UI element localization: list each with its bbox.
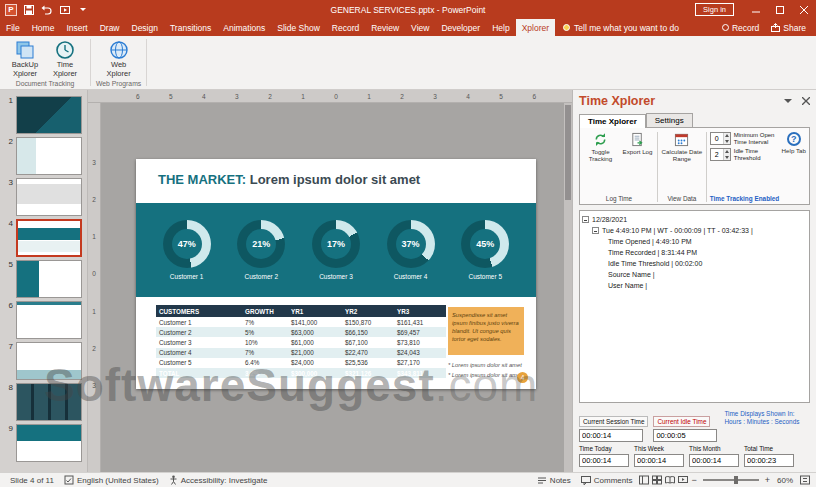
comments-button[interactable]: Comments <box>576 476 638 485</box>
table-row[interactable]: Customer 17%$141,000$150,870$161,431 <box>156 317 446 327</box>
save-button[interactable] <box>22 3 35 16</box>
table-total-row[interactable]: TOTAL3.2%$300,000$321,126$343,811 <box>156 368 446 378</box>
reading-view-button[interactable] <box>663 474 676 486</box>
spin-up-button[interactable] <box>725 150 729 153</box>
tree-detail-node[interactable]: User Name | <box>608 280 807 291</box>
tellme-box[interactable]: Tell me what you want to do <box>563 19 679 36</box>
donut-banner[interactable]: 47% Customer 1 21% Customer 2 17% <box>136 203 536 297</box>
slideshow-view-button[interactable] <box>676 474 689 486</box>
share-button[interactable]: Share <box>771 23 806 33</box>
total-time-input[interactable] <box>744 454 794 467</box>
help-tab-button[interactable]: ? Help Tab <box>781 132 808 202</box>
ribbon-tab[interactable]: Review <box>365 19 405 36</box>
slide-sorter-view-button[interactable] <box>650 474 663 486</box>
powerpoint-app-icon[interactable]: P <box>5 4 17 16</box>
ribbon-tab[interactable]: File <box>0 19 26 36</box>
editor-scrollbar[interactable] <box>564 103 572 472</box>
slide-thumbnail[interactable]: 2 <box>0 137 85 175</box>
customize-qat-button[interactable] <box>76 3 89 16</box>
scrollbar-thumb[interactable] <box>565 105 571 200</box>
time-xplorer-button[interactable]: TimeXplorer <box>45 38 85 79</box>
record-button[interactable]: Record <box>722 23 759 33</box>
time-today-input[interactable] <box>579 454 629 467</box>
spin-down-button[interactable] <box>725 140 729 143</box>
slide-thumbnail[interactable]: 3 <box>0 178 85 216</box>
spin-up-button[interactable] <box>725 134 729 137</box>
ribbon-tab[interactable]: Developer <box>435 19 486 36</box>
slide-thumbnail[interactable]: 4 <box>0 219 85 257</box>
slide-thumbnail[interactable]: 9 <box>0 424 85 462</box>
table-row[interactable]: Customer 56.4%$24,000$25,536$27,170 <box>156 358 446 368</box>
ribbon-tab[interactable]: View <box>405 19 435 36</box>
table-row[interactable]: Customer 47%$21,000$22,470$24,043 <box>156 348 446 358</box>
slide-thumbnail[interactable]: 7 <box>0 342 85 380</box>
current-session-time-input[interactable] <box>579 429 643 442</box>
ribbon-tab[interactable]: Insert <box>60 19 93 36</box>
slide-thumbnail-frame[interactable] <box>16 96 82 134</box>
ribbon-tab[interactable]: Transitions <box>164 19 217 36</box>
accessibility-checker[interactable]: Accessibility: Investigate <box>164 475 273 485</box>
notes-button[interactable]: Notes <box>532 476 576 485</box>
zoom-slider[interactable] <box>703 479 759 481</box>
slide-thumbnail[interactable]: 6 <box>0 301 85 339</box>
fit-to-window-button[interactable] <box>798 474 811 486</box>
ribbon-tab[interactable]: Animations <box>217 19 271 36</box>
zoom-level[interactable]: 60% <box>772 476 798 485</box>
ribbon-tab[interactable]: Draw <box>94 19 126 36</box>
panel-tab[interactable]: Settings <box>646 113 693 127</box>
tree-session-node[interactable]: Tue 4:49:10 PM | WT - 00:00:09 | TT - 03… <box>592 225 807 236</box>
ribbon-tab[interactable]: Design <box>126 19 164 36</box>
donut-chart[interactable]: 17% Customer 3 <box>312 220 360 280</box>
zoom-in-button[interactable]: + <box>763 475 772 485</box>
web-xplorer-button[interactable]: WebXplorer <box>99 38 139 79</box>
tree-detail-node[interactable]: Time Opened | 4:49:10 PM <box>608 236 807 247</box>
donut-chart[interactable]: 45% Customer 5 <box>461 220 509 280</box>
undo-button[interactable] <box>40 3 53 16</box>
tree-collapse-toggle[interactable] <box>592 227 599 234</box>
export-log-button[interactable]: Export Log <box>619 132 656 162</box>
normal-view-button[interactable] <box>637 474 650 486</box>
ribbon-tab[interactable]: Record <box>326 19 365 36</box>
donut-chart[interactable]: 37% Customer 4 <box>387 220 435 280</box>
slide-thumbnail-frame[interactable] <box>16 260 82 298</box>
panel-tab[interactable]: Time Xplorer <box>579 114 646 128</box>
slide-note-box[interactable]: Suspendisse sit amet ipsum finibus justo… <box>448 307 524 355</box>
slide-footnotes[interactable]: * Lorem ipsum dolor sit amet * Lorem ips… <box>448 361 522 381</box>
tree-date-node[interactable]: 12/28/2021 <box>582 214 807 225</box>
ribbon-tab[interactable]: Slide Show <box>271 19 326 36</box>
slide-thumbnail-frame[interactable] <box>16 137 82 175</box>
tree-collapse-toggle[interactable] <box>582 216 589 223</box>
tree-detail-node[interactable]: Time Recorded | 8:31:44 PM <box>608 247 807 258</box>
table-row[interactable]: Customer 25%$63,000$66,150$69,457 <box>156 327 446 337</box>
time-log-tree[interactable]: 12/28/2021 Tue 4:49:10 PM | WT - 00:00:0… <box>579 210 810 403</box>
donut-chart[interactable]: 21% Customer 2 <box>237 220 285 280</box>
donut-chart[interactable]: 47% Customer 1 <box>163 220 211 280</box>
ribbon-tab[interactable]: Xplorer <box>516 19 555 36</box>
panel-options-button[interactable] <box>784 99 792 103</box>
slide-thumbnail-frame[interactable] <box>16 301 82 339</box>
spin-down-button[interactable] <box>725 156 729 159</box>
idle-threshold-input[interactable] <box>711 149 723 160</box>
slide-title[interactable]: THE MARKET: Lorem ipsum dolor sit amet <box>158 172 526 187</box>
this-week-input[interactable] <box>634 454 684 467</box>
minimize-button[interactable] <box>744 0 768 19</box>
ribbon-tab[interactable]: Home <box>26 19 61 36</box>
panel-close-button[interactable] <box>802 97 810 105</box>
slide-thumbnail[interactable]: 8 <box>0 383 85 421</box>
zoom-slider-thumb[interactable] <box>734 476 738 484</box>
slide-indicator[interactable]: Slide 4 of 11 <box>5 476 59 485</box>
restore-button[interactable] <box>768 0 792 19</box>
tree-detail-node[interactable]: Idle Time Threshold | 00:02:00 <box>608 258 807 269</box>
backup-xplorer-button[interactable]: BackUpXplorer <box>5 38 45 79</box>
slide-thumbnail-frame[interactable] <box>16 219 82 257</box>
this-month-input[interactable] <box>689 454 739 467</box>
zoom-out-button[interactable]: − <box>689 475 698 485</box>
slide-thumbnail-frame[interactable] <box>16 424 82 462</box>
slide[interactable]: THE MARKET: Lorem ipsum dolor sit amet 4… <box>136 159 536 389</box>
min-open-interval-input[interactable] <box>711 133 723 144</box>
market-table[interactable]: CUSTOMERSGROWTHYR1YR2YR3 Customer 17%$14… <box>156 305 446 378</box>
current-idle-time-input[interactable] <box>653 429 717 442</box>
slide-thumbnail-frame[interactable] <box>16 383 82 421</box>
close-button[interactable] <box>792 0 816 19</box>
slide-thumbnail[interactable]: 5 <box>0 260 85 298</box>
